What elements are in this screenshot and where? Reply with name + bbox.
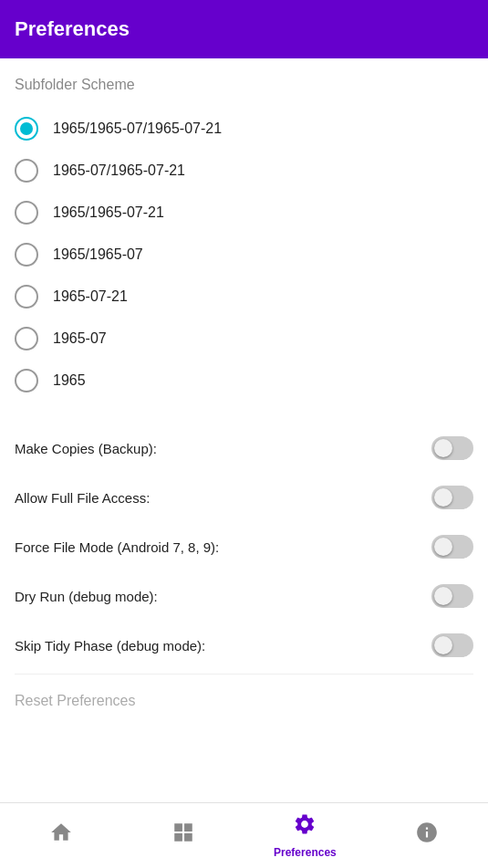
reset-preferences-button[interactable]: Reset Preferences <box>15 678 136 724</box>
toggle-dry-run-thumb <box>434 587 452 605</box>
radio-item-5[interactable]: 1965-07 <box>15 318 473 360</box>
main-content: Subfolder Scheme 1965/1965-07/1965-07-21… <box>0 58 488 868</box>
toggle-skip-tidy-switch[interactable] <box>431 633 473 657</box>
toggle-full-file-access-label: Allow Full File Access: <box>15 490 431 506</box>
bottom-navigation: Preferences <box>0 802 488 868</box>
radio-label-2: 1965/1965-07-21 <box>53 204 164 221</box>
radio-label-1: 1965-07/1965-07-21 <box>53 162 185 179</box>
toggle-dry-run: Dry Run (debug mode): <box>15 571 473 621</box>
toggle-full-file-access: Allow Full File Access: <box>15 473 473 522</box>
toggle-force-file-mode: Force File Mode (Android 7, 8, 9): <box>15 522 473 571</box>
grid-icon <box>171 821 195 851</box>
radio-circle-4[interactable] <box>15 285 38 309</box>
radio-circle-3[interactable] <box>15 243 38 267</box>
toggle-full-file-access-switch[interactable] <box>431 486 473 509</box>
radio-item-4[interactable]: 1965-07-21 <box>15 276 473 318</box>
app-header: Preferences <box>0 0 488 58</box>
nav-item-preferences[interactable]: Preferences <box>244 803 367 868</box>
radio-circle-0[interactable] <box>15 117 38 141</box>
radio-item-2[interactable]: 1965/1965-07-21 <box>15 192 473 234</box>
radio-label-0: 1965/1965-07/1965-07-21 <box>53 120 222 137</box>
toggle-force-file-mode-label: Force File Mode (Android 7, 8, 9): <box>15 539 431 555</box>
divider <box>15 674 473 675</box>
toggle-full-file-access-thumb <box>434 488 452 507</box>
nav-item-home[interactable] <box>0 803 122 868</box>
nav-item-grid[interactable] <box>122 803 244 868</box>
subfolder-section-title: Subfolder Scheme <box>15 77 473 93</box>
radio-item-3[interactable]: 1965/1965-07 <box>15 234 473 276</box>
radio-item-1[interactable]: 1965-07/1965-07-21 <box>15 150 473 192</box>
toggle-skip-tidy: Skip Tidy Phase (debug mode): <box>15 621 473 670</box>
radio-circle-6[interactable] <box>15 369 38 392</box>
radio-circle-1[interactable] <box>15 159 38 183</box>
toggle-dry-run-switch[interactable] <box>431 584 473 608</box>
toggle-make-copies-label: Make Copies (Backup): <box>15 441 431 456</box>
radio-circle-2[interactable] <box>15 201 38 225</box>
toggle-force-file-mode-switch[interactable] <box>431 535 473 559</box>
toggle-dry-run-label: Dry Run (debug mode): <box>15 589 431 604</box>
radio-item-0[interactable]: 1965/1965-07/1965-07-21 <box>15 108 473 150</box>
radio-label-5: 1965-07 <box>53 330 107 347</box>
radio-label-6: 1965 <box>53 372 86 389</box>
toggle-skip-tidy-label: Skip Tidy Phase (debug mode): <box>15 638 431 654</box>
radio-item-6[interactable]: 1965 <box>15 360 473 402</box>
toggle-skip-tidy-thumb <box>434 636 452 654</box>
nav-label-preferences: Preferences <box>274 846 337 859</box>
toggle-section: Make Copies (Backup): Allow Full File Ac… <box>15 424 473 670</box>
toggle-make-copies: Make Copies (Backup): <box>15 424 473 473</box>
radio-label-3: 1965/1965-07 <box>53 246 143 263</box>
subfolder-radio-group: 1965/1965-07/1965-07-21 1965-07/1965-07-… <box>15 108 473 402</box>
header-title: Preferences <box>15 17 130 41</box>
gear-icon <box>293 812 317 842</box>
nav-item-info[interactable] <box>366 803 488 868</box>
home-icon <box>49 821 73 851</box>
radio-circle-5[interactable] <box>15 327 38 350</box>
toggle-make-copies-thumb <box>434 439 452 457</box>
info-icon <box>415 821 439 851</box>
toggle-force-file-mode-thumb <box>434 538 452 556</box>
radio-label-4: 1965-07-21 <box>53 288 128 305</box>
toggle-make-copies-switch[interactable] <box>431 436 473 460</box>
